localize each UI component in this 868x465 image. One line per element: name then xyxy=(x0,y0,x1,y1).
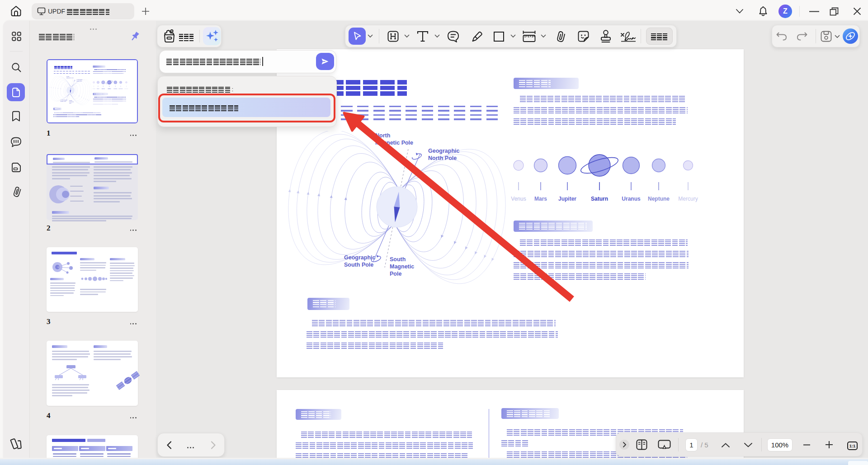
svg-text:Saturn: Saturn xyxy=(108,88,111,89)
svg-text:Venus: Venus xyxy=(92,88,95,89)
svg-text:Mercury: Mercury xyxy=(678,196,698,202)
svg-text:Mars: Mars xyxy=(97,88,99,89)
svg-text:Mercury: Mercury xyxy=(124,88,128,89)
svg-text:Magnetic Pole: Magnetic Pole xyxy=(66,77,74,79)
svg-text:Saturn: Saturn xyxy=(591,196,608,202)
svg-text:Neptune: Neptune xyxy=(118,88,123,89)
svg-text:South Pole: South Pole xyxy=(61,101,66,102)
svg-text:Jupiter: Jupiter xyxy=(101,88,105,89)
svg-text:Pole: Pole xyxy=(69,103,72,104)
svg-text:Neptune: Neptune xyxy=(648,196,670,202)
svg-text:Uranus: Uranus xyxy=(622,196,641,202)
svg-text:Uranus: Uranus xyxy=(113,88,118,89)
svg-text:North Pole: North Pole xyxy=(76,80,82,82)
